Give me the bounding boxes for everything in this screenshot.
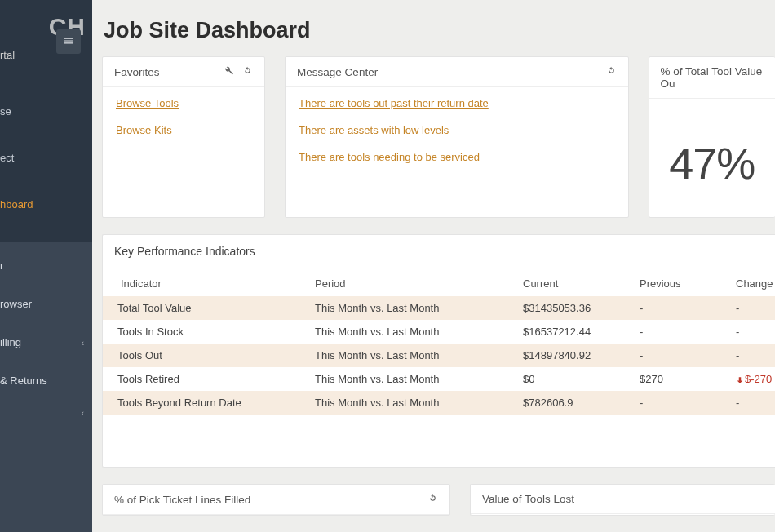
kpi-previous: - xyxy=(631,296,728,320)
kpi-change: - xyxy=(728,391,775,415)
nav-secondary: rrowserilling‹ & Returns‹ xyxy=(0,242,92,532)
sidebar: CH rtal seecthboard rrowserilling‹ & Ret… xyxy=(0,0,92,532)
kpi-change: - xyxy=(728,344,775,367)
nav-primary: seecthboard xyxy=(0,97,92,242)
favorites-links: Browse ToolsBrowse Kits xyxy=(103,87,264,162)
nav-item[interactable]: r xyxy=(0,251,92,280)
kpi-period: This Month vs. Last Month xyxy=(307,391,515,415)
pick-ticket-card: % of Pick Ticket Lines Filled xyxy=(102,484,450,516)
kpi-indicator: Tools Beyond Return Date xyxy=(103,391,307,415)
kpi-period: This Month vs. Last Month xyxy=(307,320,515,344)
kpi-header-row: IndicatorPeriodCurrentPreviousChange xyxy=(103,273,775,296)
bottom-card-row: % of Pick Ticket Lines Filled Value of T… xyxy=(102,484,775,516)
kpi-current: $16537212.44 xyxy=(515,320,631,344)
favorite-link[interactable]: Browse Kits xyxy=(116,124,251,136)
kpi-previous: $270 xyxy=(631,367,728,391)
kpi-period: This Month vs. Last Month xyxy=(307,296,515,320)
kpi-previous: - xyxy=(631,391,728,415)
kpi-indicator: Tools Out xyxy=(103,344,307,367)
percent-out-value: 47% xyxy=(649,99,775,188)
chevron-left-icon: ‹ xyxy=(82,409,84,418)
hamburger-icon xyxy=(63,35,74,49)
kpi-column-header: Indicator xyxy=(103,273,307,296)
percent-tool-value-out-card: % of Total Tool Value Ou 47% xyxy=(649,56,775,218)
nav-item[interactable]: illing‹ xyxy=(0,328,92,357)
message-center-title: Message Center xyxy=(297,66,606,78)
kpi-row: Tools RetiredThis Month vs. Last Month$0… xyxy=(103,367,775,391)
nav-item[interactable]: ‹ xyxy=(0,405,92,421)
refresh-icon[interactable] xyxy=(242,65,253,78)
kpi-indicator: Tools In Stock xyxy=(103,320,307,344)
wrench-icon[interactable] xyxy=(224,65,234,78)
nav-item[interactable]: se xyxy=(0,97,92,126)
kpi-row: Total Tool ValueThis Month vs. Last Mont… xyxy=(103,296,775,320)
kpi-column-header: Previous xyxy=(631,273,728,296)
kpi-row: Tools Beyond Return DateThis Month vs. L… xyxy=(103,391,775,415)
kpi-previous: - xyxy=(631,320,728,344)
refresh-icon[interactable] xyxy=(427,493,438,506)
kpi-change: - xyxy=(728,296,775,320)
kpi-column-header: Current xyxy=(515,273,631,296)
pick-ticket-title: % of Pick Ticket Lines Filled xyxy=(114,494,427,506)
percent-out-title: % of Total Tool Value Ou xyxy=(661,65,764,90)
message-link[interactable]: There are tools out past their return da… xyxy=(299,97,615,109)
kpi-current: $31435053.36 xyxy=(515,296,631,320)
favorites-card-title: Favorites xyxy=(114,66,224,78)
top-card-row: Favorites Browse ToolsBrowse Kits Messag… xyxy=(102,56,775,218)
nav-item[interactable]: hboard xyxy=(0,190,92,219)
arrow-down-icon xyxy=(736,376,744,384)
kpi-indicator: Tools Retired xyxy=(103,367,307,391)
kpi-row: Tools OutThis Month vs. Last Month$14897… xyxy=(103,344,775,367)
kpi-current: $0 xyxy=(515,367,631,391)
nav-item[interactable]: ect xyxy=(0,144,92,172)
tools-lost-title: Value of Tools Lost xyxy=(482,493,764,505)
favorites-card: Favorites Browse ToolsBrowse Kits xyxy=(102,56,265,218)
kpi-period: This Month vs. Last Month xyxy=(307,367,515,391)
message-link[interactable]: There are assets with low levels xyxy=(299,124,615,136)
kpi-change: - xyxy=(728,320,775,344)
kpi-row: Tools In StockThis Month vs. Last Month$… xyxy=(103,320,775,344)
kpi-previous: - xyxy=(631,344,728,367)
nav-item[interactable]: rowser xyxy=(0,290,92,318)
tools-lost-card: Value of Tools Lost xyxy=(470,484,775,516)
kpi-period: This Month vs. Last Month xyxy=(307,344,515,367)
message-center-card: Message Center There are tools out past … xyxy=(285,56,629,218)
kpi-column-header: Change xyxy=(728,273,775,296)
kpi-current: $782606.9 xyxy=(515,391,631,415)
favorite-link[interactable]: Browse Tools xyxy=(116,97,251,109)
message-link[interactable]: There are tools needing to be serviced xyxy=(299,151,615,163)
page-title: Job Site Dashboard xyxy=(104,18,775,43)
main-content: Job Site Dashboard Favorites Browse Tool… xyxy=(92,0,775,532)
kpi-table: IndicatorPeriodCurrentPreviousChange Tot… xyxy=(103,273,775,415)
kpi-current: $14897840.92 xyxy=(515,344,631,367)
kpi-change: $-270 xyxy=(728,367,775,391)
kpi-column-header: Period xyxy=(307,273,515,296)
sidebar-toggle-button[interactable] xyxy=(56,29,81,54)
refresh-icon[interactable] xyxy=(606,65,617,78)
kpi-card-title: Key Performance Indicators xyxy=(103,235,775,273)
kpi-card: Key Performance Indicators IndicatorPeri… xyxy=(102,234,775,468)
kpi-indicator: Total Tool Value xyxy=(103,296,307,320)
chevron-left-icon: ‹ xyxy=(82,338,84,347)
nav-item[interactable]: & Returns xyxy=(0,366,92,395)
message-links: There are tools out past their return da… xyxy=(286,87,628,189)
